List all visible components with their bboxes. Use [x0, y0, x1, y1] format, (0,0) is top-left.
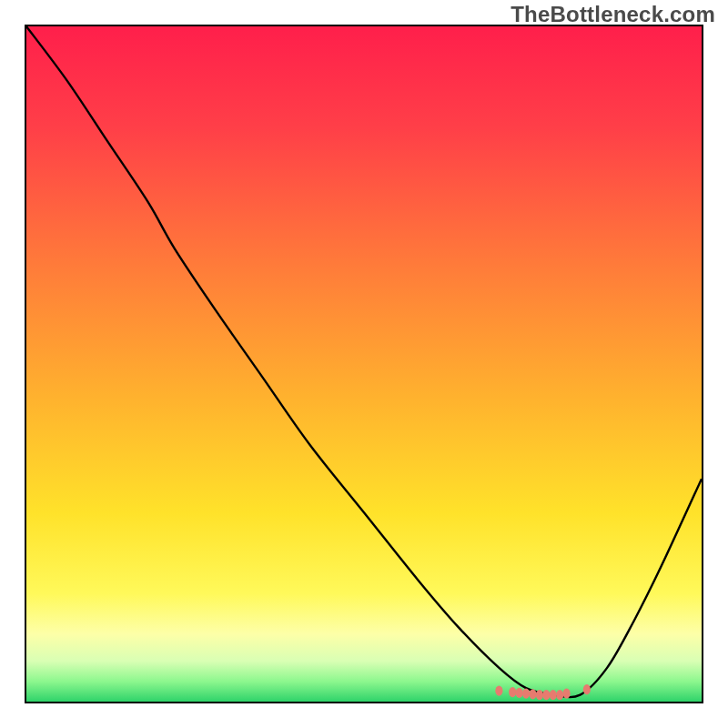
- watermark-text: TheBottleneck.com: [511, 2, 715, 27]
- svg-point-6: [536, 690, 543, 700]
- svg-point-2: [509, 687, 516, 697]
- svg-point-9: [556, 690, 563, 700]
- svg-point-5: [529, 689, 536, 699]
- chart-frame: TheBottleneck.com: [0, 0, 728, 728]
- optimal-range-points: [26, 26, 702, 702]
- plot-area: [25, 25, 703, 703]
- svg-point-11: [583, 684, 591, 694]
- svg-point-3: [516, 688, 523, 698]
- svg-point-7: [542, 690, 550, 700]
- svg-point-8: [550, 690, 557, 700]
- svg-point-1: [495, 686, 502, 696]
- svg-point-4: [522, 689, 530, 699]
- svg-point-10: [563, 689, 571, 699]
